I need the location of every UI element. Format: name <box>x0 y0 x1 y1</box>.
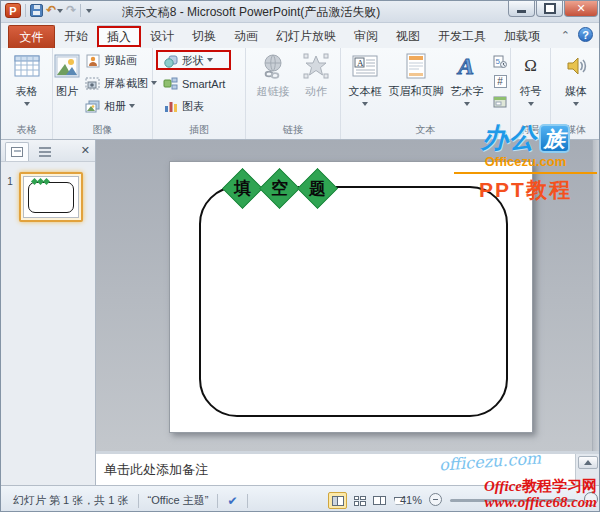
reading-view-button[interactable] <box>372 494 387 508</box>
help-icon[interactable]: ? <box>578 27 593 42</box>
date-time-button[interactable]: 5 <box>491 53 509 70</box>
content-area: ✕ 1 填 <box>1 140 600 485</box>
tab-slideshow[interactable]: 幻灯片放映 <box>267 25 345 48</box>
minimize-button[interactable] <box>508 1 535 17</box>
media-button[interactable]: 媒体 <box>555 48 597 124</box>
diamond-shape-3[interactable]: 题 <box>297 168 338 209</box>
status-bar-left: 幻灯片 第 1 张，共 1 张 “Office 主题” ✔ <box>13 493 248 508</box>
smartart-button[interactable]: SmartArt <box>159 75 228 92</box>
tab-slides-thumbnails[interactable] <box>5 142 29 161</box>
clipart-icon <box>84 53 101 68</box>
slide-canvas[interactable]: 填 空 题 <box>169 161 533 433</box>
tab-view[interactable]: 视图 <box>387 25 429 48</box>
tab-outline[interactable] <box>33 142 57 161</box>
clipart-button[interactable]: 剪贴画 <box>81 52 160 69</box>
slide-sorter-icon <box>354 496 366 506</box>
collapse-ribbon-icon[interactable]: ⌃ <box>561 28 570 42</box>
close-panel-icon[interactable]: ✕ <box>81 144 90 157</box>
tab-file[interactable]: 文件 <box>8 25 55 48</box>
rounded-rectangle-shape[interactable] <box>199 186 508 417</box>
ribbon-group-links: 超链接 动作 链接 <box>246 48 341 139</box>
header-footer-button[interactable]: 页眉和页脚 <box>387 48 445 124</box>
ribbon-group-tables: 表格 表格 <box>1 48 53 139</box>
action-button-label: 动作 <box>305 84 327 99</box>
scroll-up-icon[interactable] <box>578 456 598 469</box>
tab-home[interactable]: 开始 <box>55 25 97 48</box>
slide-thumbnail-row: 1 <box>1 172 95 222</box>
group-label-images: 图像 <box>53 123 152 137</box>
shapes-button[interactable]: 形状 <box>159 52 228 69</box>
restore-button[interactable] <box>536 1 563 17</box>
action-button[interactable]: 动作 <box>298 48 334 124</box>
smartart-button-label: SmartArt <box>182 78 225 90</box>
textbox-button[interactable]: A 文本框 <box>343 48 387 124</box>
notes-pane[interactable]: 单击此处添加备注 <box>96 451 600 485</box>
group-label-illustrations: 插图 <box>153 123 245 137</box>
slide-thumbnail-selected[interactable] <box>19 172 83 222</box>
table-button[interactable]: 表格 <box>4 48 50 124</box>
ribbon-group-symbols: Ω 符号 符号 <box>511 48 551 139</box>
diamond-shape-1[interactable]: 填 <box>222 168 263 209</box>
normal-view-button[interactable] <box>328 492 347 509</box>
picture-button[interactable]: 图片 <box>53 48 81 124</box>
object-button[interactable] <box>491 93 509 110</box>
spellcheck-icon[interactable]: ✔ <box>227 494 237 508</box>
close-button[interactable]: ✕ <box>564 1 598 17</box>
powerpoint-logo-icon[interactable]: P <box>5 3 21 18</box>
shapes-button-label: 形状 <box>182 53 204 68</box>
tab-transitions[interactable]: 切换 <box>183 25 225 48</box>
chevron-down-icon <box>528 102 534 109</box>
slide-number-button[interactable]: # <box>491 73 509 90</box>
zoom-slider[interactable] <box>450 499 576 502</box>
tab-row-right-controls: ⌃ ? <box>561 27 593 42</box>
chevron-down-icon <box>24 102 30 109</box>
chart-button-label: 图表 <box>182 99 204 114</box>
tab-addins[interactable]: 加载项 <box>495 25 549 48</box>
tab-animations[interactable]: 动画 <box>225 25 267 48</box>
notes-placeholder[interactable]: 单击此处添加备注 <box>96 454 600 479</box>
zoom-out-button[interactable] <box>429 493 442 506</box>
ribbon: 表格 表格 图片 <box>1 48 600 140</box>
theme-name[interactable]: “Office 主题” <box>148 493 209 508</box>
hyperlink-button-label: 超链接 <box>257 84 290 99</box>
symbol-button[interactable]: Ω 符号 <box>512 48 550 124</box>
group-label-tables: 表格 <box>1 123 52 137</box>
photo-album-button[interactable]: 相册 <box>81 98 160 115</box>
diamond-label: 空 <box>265 174 294 203</box>
slide-editor[interactable]: 填 空 题 <box>96 140 600 451</box>
ribbon-group-text: A 文本框 页眉和页脚 A 艺术字 <box>341 48 511 139</box>
chart-button[interactable]: 图表 <box>159 98 228 115</box>
undo-icon: ↶ <box>46 3 56 18</box>
screenshot-button[interactable]: 屏幕截图 <box>81 75 160 92</box>
tab-developer[interactable]: 开发工具 <box>429 25 495 48</box>
svg-text:5: 5 <box>496 57 501 66</box>
hyperlink-button[interactable]: 超链接 <box>252 48 294 124</box>
diamond-shape-2[interactable]: 空 <box>259 168 300 209</box>
date-time-icon: 5 <box>493 55 507 68</box>
omega-icon: Ω <box>524 51 537 81</box>
vertical-scrollbar[interactable] <box>592 140 600 451</box>
ribbon-group-media: 媒体 媒体 <box>551 48 600 139</box>
wordart-button[interactable]: A 艺术字 <box>445 48 489 124</box>
ribbon-group-images: 图片 剪贴画 屏幕截图 <box>53 48 153 139</box>
zoom-level[interactable]: 41% <box>400 494 422 506</box>
tab-insert[interactable]: 插入 <box>97 25 141 48</box>
tab-review[interactable]: 审阅 <box>345 25 387 48</box>
chevron-down-icon <box>573 102 579 109</box>
chevron-down-icon <box>129 104 135 111</box>
tab-design[interactable]: 设计 <box>141 25 183 48</box>
group-label-text: 文本 <box>341 123 510 137</box>
notes-scrollbar[interactable] <box>575 454 599 485</box>
chart-icon <box>162 99 179 114</box>
ribbon-tab-row: 文件 开始 插入 设计 切换 动画 幻灯片放映 审阅 视图 开发工具 加载项 <box>1 23 600 48</box>
svg-text:A: A <box>357 58 364 68</box>
slide-number: 1 <box>1 172 19 222</box>
header-footer-button-label: 页眉和页脚 <box>389 84 444 99</box>
slide-sorter-button[interactable] <box>352 494 367 508</box>
diamond-label: 填 <box>228 174 257 203</box>
picture-button-label: 图片 <box>56 84 78 99</box>
slides-panel: ✕ 1 <box>1 140 96 485</box>
save-button[interactable] <box>30 3 43 18</box>
fit-to-window-button[interactable] <box>584 492 598 506</box>
slides-tab-icon <box>11 147 23 157</box>
